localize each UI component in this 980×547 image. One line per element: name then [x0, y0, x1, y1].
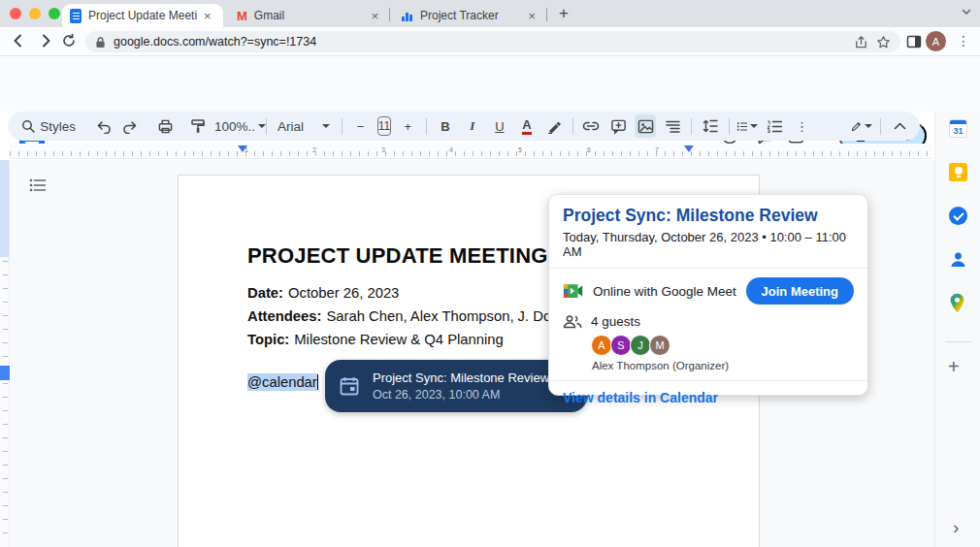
event-datetime: Today, Thursday, October 26, 2023 • 10:0… [563, 230, 854, 259]
lock-icon [95, 36, 106, 48]
font-select[interactable]: Arial [274, 114, 334, 138]
checklist-icon[interactable] [736, 114, 758, 138]
bookmark-star-icon[interactable] [876, 35, 891, 49]
forward-button[interactable] [37, 32, 56, 51]
underline-button[interactable]: U [489, 114, 510, 138]
screen: { "browser": { "tabs": [ { "label": "Pro… [0, 0, 980, 547]
organizer-label: Alex Thompson (Organizer) [592, 360, 854, 371]
url-text: google.docs.com/watch?=sync=!1734 [114, 35, 846, 48]
guest-avatars: A S J M [591, 335, 854, 356]
left-indent-marker[interactable] [238, 145, 247, 152]
browser-menu-icon[interactable]: ⋮ [957, 33, 976, 52]
tab-gmail[interactable]: M Gmail × [229, 4, 386, 27]
hide-menus-icon[interactable] [889, 114, 910, 138]
text-color-button[interactable]: A [516, 114, 538, 138]
mention-selected-text[interactable]: @calendar [247, 373, 317, 391]
address-bar[interactable]: google.docs.com/watch?=sync=!1734 [85, 31, 900, 52]
google-tasks-icon[interactable] [949, 207, 967, 225]
join-meeting-button[interactable]: Join Meeting [746, 277, 854, 305]
ruler-mark: 4 [449, 146, 453, 153]
macos-window-controls [10, 8, 60, 19]
align-icon[interactable] [662, 114, 683, 138]
close-tab-icon[interactable]: × [528, 10, 536, 22]
text-cursor [317, 374, 319, 390]
line-spacing-icon[interactable] [700, 114, 721, 138]
expand-panel-chevron-icon[interactable]: › [953, 517, 959, 538]
view-details-link[interactable]: View details in Calendar [563, 381, 718, 405]
tab-docs[interactable]: Project Update Meeting No × [62, 4, 223, 27]
new-tab-button[interactable]: + [553, 3, 574, 24]
tab-label: Project Tracker [420, 9, 499, 22]
meet-row: Online with Google Meet Join Meeting [563, 277, 854, 305]
right-indent-marker[interactable] [684, 145, 694, 152]
calendar-icon [339, 375, 360, 397]
share-page-icon[interactable] [854, 35, 868, 49]
docs-header: Project Update Meeting Notes File Edit V… [0, 56, 980, 112]
ruler-mark: 7 [655, 146, 659, 153]
minimize-window-button[interactable] [29, 8, 41, 19]
reload-button[interactable] [60, 32, 80, 51]
paint-format-icon[interactable] [187, 114, 209, 138]
guest-avatar-s[interactable]: S [610, 335, 632, 356]
insert-image-icon[interactable] [635, 114, 656, 138]
workspace-side-panel: 31 + › [934, 112, 980, 547]
tab-separator [389, 8, 390, 21]
redo-button[interactable] [119, 114, 141, 138]
divider [549, 268, 867, 269]
divider [945, 341, 971, 342]
close-tab-icon[interactable]: × [204, 10, 212, 22]
more-tools-icon[interactable]: ⋮ [791, 114, 812, 138]
google-contacts-icon[interactable] [949, 250, 967, 269]
google-meet-icon [563, 282, 584, 300]
print-icon[interactable] [154, 114, 176, 138]
guest-avatar-a[interactable]: A [591, 335, 612, 356]
vertical-ruler[interactable] [0, 160, 10, 547]
google-maps-icon[interactable] [949, 293, 967, 311]
styles-button[interactable]: Styles [45, 114, 71, 138]
vertical-ruler-ticks [3, 261, 8, 542]
bold-button[interactable]: B [435, 114, 456, 138]
increase-font-size-button[interactable]: + [397, 114, 418, 138]
document-body[interactable]: Date:October 26, 2023 Attendees:Sarah Ch… [247, 285, 559, 355]
close-window-button[interactable] [10, 8, 21, 19]
doc-line-attendees: Attendees:Sarah Chen, Alex Thompson, J. … [247, 308, 559, 325]
google-calendar-icon[interactable]: 31 [949, 119, 967, 138]
vertical-ruler-highlight [0, 160, 9, 257]
browser-profile-avatar[interactable]: A [926, 31, 946, 51]
zoom-select[interactable]: 100%.. [222, 114, 257, 138]
guest-avatar-j[interactable]: J [630, 335, 651, 356]
docs-icon [70, 9, 82, 23]
back-button[interactable] [10, 32, 29, 51]
tab-project-tracker[interactable]: Project Tracker × [393, 4, 543, 27]
highlight-color-icon[interactable] [543, 114, 565, 138]
zoom-window-button[interactable] [49, 8, 60, 19]
add-comment-icon[interactable] [607, 114, 629, 138]
google-keep-icon[interactable] [949, 163, 967, 181]
close-tab-icon[interactable]: × [371, 10, 378, 22]
doc-line-date: Date:October 26, 2023 [247, 285, 559, 302]
editing-mode-button[interactable] [851, 114, 872, 138]
font-size-input[interactable]: 11 [377, 116, 392, 136]
side-panel-icon[interactable] [906, 34, 926, 53]
numbered-list-icon[interactable] [764, 114, 785, 138]
guest-avatar-m[interactable]: M [649, 335, 670, 356]
show-outline-icon[interactable] [29, 177, 47, 193]
decrease-font-size-button[interactable]: − [350, 114, 372, 138]
horizontal-ruler[interactable]: 1 2 3 4 5 6 7 [10, 144, 931, 159]
search-menus-icon[interactable] [17, 114, 39, 138]
add-addon-button[interactable]: + [948, 356, 960, 378]
chip-event-title: Project Sync: Milestone Review [373, 370, 549, 385]
chevron-down-icon [322, 124, 330, 128]
browser-toolbar: google.docs.com/watch?=sync=!1734 A ⋮ [0, 27, 980, 56]
insert-link-icon[interactable] [580, 114, 602, 138]
calendar-mention[interactable]: @calendar [247, 374, 318, 390]
browser-tab-strip: Project Update Meeting No × M Gmail × Pr… [0, 0, 980, 27]
ruler-mark: 6 [587, 146, 591, 153]
undo-button[interactable] [92, 114, 114, 138]
chevron-down-icon [750, 124, 758, 128]
ruler-ticks [10, 151, 931, 156]
italic-button[interactable]: I [462, 114, 483, 138]
meet-label: Online with Google Meet [593, 284, 737, 299]
ruler-mark: 3 [381, 146, 385, 153]
tab-search-chevron-icon[interactable] [961, 6, 972, 17]
